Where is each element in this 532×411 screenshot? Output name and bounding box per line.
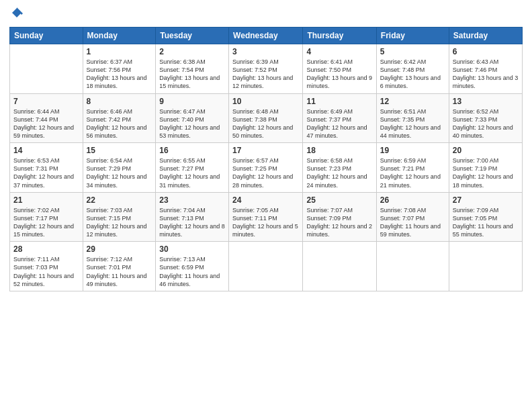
day-info: Sunrise: 6:39 AMSunset: 7:52 PMDaylight:…	[232, 58, 299, 91]
day-info: Sunrise: 7:09 AMSunset: 7:05 PMDaylight:…	[453, 206, 519, 239]
day-number: 3	[232, 47, 299, 56]
day-cell: 2Sunrise: 6:38 AMSunset: 7:54 PMDaylight…	[156, 44, 229, 94]
calendar: SundayMondayTuesdayWednesdayThursdayFrid…	[9, 27, 523, 291]
day-cell: 5Sunrise: 6:42 AMSunset: 7:48 PMDaylight…	[376, 44, 449, 94]
day-cell: 20Sunrise: 7:00 AMSunset: 7:19 PMDayligh…	[449, 143, 522, 193]
day-info: Sunrise: 6:58 AMSunset: 7:23 PMDaylight:…	[306, 156, 372, 189]
day-number: 9	[159, 97, 225, 106]
day-cell: 4Sunrise: 6:41 AMSunset: 7:50 PMDaylight…	[303, 44, 376, 94]
day-cell: 18Sunrise: 6:58 AMSunset: 7:23 PMDayligh…	[303, 143, 376, 193]
day-info: Sunrise: 6:52 AMSunset: 7:33 PMDaylight:…	[453, 107, 519, 140]
day-number: 7	[13, 97, 79, 106]
day-cell: 23Sunrise: 7:04 AMSunset: 7:13 PMDayligh…	[156, 192, 229, 242]
day-cell: 19Sunrise: 6:59 AMSunset: 7:21 PMDayligh…	[376, 143, 449, 193]
logo-text	[9, 7, 23, 21]
col-header-tuesday: Tuesday	[156, 28, 229, 44]
week-row-5: 28Sunrise: 7:11 AMSunset: 7:03 PMDayligh…	[10, 242, 523, 291]
day-number: 2	[159, 47, 225, 56]
day-cell: 16Sunrise: 6:55 AMSunset: 7:27 PMDayligh…	[156, 143, 229, 193]
day-cell: 6Sunrise: 6:43 AMSunset: 7:46 PMDaylight…	[449, 44, 522, 94]
day-cell	[449, 242, 522, 291]
day-info: Sunrise: 6:55 AMSunset: 7:27 PMDaylight:…	[159, 156, 225, 189]
day-info: Sunrise: 6:57 AMSunset: 7:25 PMDaylight:…	[232, 156, 299, 189]
day-cell: 28Sunrise: 7:11 AMSunset: 7:03 PMDayligh…	[10, 242, 83, 291]
day-cell: 22Sunrise: 7:03 AMSunset: 7:15 PMDayligh…	[83, 192, 156, 242]
day-number: 15	[87, 146, 152, 155]
day-info: Sunrise: 6:48 AMSunset: 7:38 PMDaylight:…	[232, 107, 299, 140]
day-info: Sunrise: 6:43 AMSunset: 7:46 PMDaylight:…	[453, 58, 519, 91]
day-number: 29	[87, 244, 152, 254]
day-number: 12	[380, 97, 445, 106]
day-info: Sunrise: 7:13 AMSunset: 6:59 PMDaylight:…	[159, 255, 225, 288]
day-cell: 10Sunrise: 6:48 AMSunset: 7:38 PMDayligh…	[229, 93, 303, 143]
day-info: Sunrise: 6:41 AMSunset: 7:50 PMDaylight:…	[306, 58, 372, 91]
day-info: Sunrise: 6:44 AMSunset: 7:44 PMDaylight:…	[13, 107, 79, 140]
day-cell	[376, 242, 449, 291]
day-number: 20	[453, 146, 519, 155]
day-cell: 7Sunrise: 6:44 AMSunset: 7:44 PMDaylight…	[10, 93, 83, 143]
day-number: 18	[306, 146, 372, 155]
day-number: 21	[13, 195, 79, 205]
day-number: 24	[232, 195, 299, 205]
day-cell: 27Sunrise: 7:09 AMSunset: 7:05 PMDayligh…	[449, 192, 522, 242]
col-header-sunday: Sunday	[10, 28, 83, 44]
day-number: 13	[453, 97, 519, 106]
day-info: Sunrise: 6:46 AMSunset: 7:42 PMDaylight:…	[87, 107, 152, 140]
day-info: Sunrise: 7:00 AMSunset: 7:19 PMDaylight:…	[453, 156, 519, 189]
day-number: 23	[159, 195, 225, 205]
day-number: 30	[159, 244, 225, 254]
week-row-1: 1Sunrise: 6:37 AMSunset: 7:56 PMDaylight…	[10, 44, 523, 94]
day-cell: 25Sunrise: 7:07 AMSunset: 7:09 PMDayligh…	[303, 192, 376, 242]
day-info: Sunrise: 6:53 AMSunset: 7:31 PMDaylight:…	[13, 156, 79, 189]
header-row: SundayMondayTuesdayWednesdayThursdayFrid…	[10, 28, 523, 44]
day-cell: 11Sunrise: 6:49 AMSunset: 7:37 PMDayligh…	[303, 93, 376, 143]
day-info: Sunrise: 6:37 AMSunset: 7:56 PMDaylight:…	[87, 58, 152, 91]
day-info: Sunrise: 6:51 AMSunset: 7:35 PMDaylight:…	[380, 107, 445, 140]
day-info: Sunrise: 7:02 AMSunset: 7:17 PMDaylight:…	[13, 206, 79, 239]
day-info: Sunrise: 6:59 AMSunset: 7:21 PMDaylight:…	[380, 156, 445, 189]
day-number: 27	[453, 195, 519, 205]
day-cell: 12Sunrise: 6:51 AMSunset: 7:35 PMDayligh…	[376, 93, 449, 143]
col-header-saturday: Saturday	[449, 28, 522, 44]
col-header-friday: Friday	[376, 28, 449, 44]
day-info: Sunrise: 6:47 AMSunset: 7:40 PMDaylight:…	[159, 107, 225, 140]
day-number: 19	[380, 146, 445, 155]
day-number: 26	[380, 195, 445, 205]
day-cell: 17Sunrise: 6:57 AMSunset: 7:25 PMDayligh…	[229, 143, 303, 193]
day-cell: 3Sunrise: 6:39 AMSunset: 7:52 PMDaylight…	[229, 44, 303, 94]
col-header-monday: Monday	[83, 28, 156, 44]
day-cell: 15Sunrise: 6:54 AMSunset: 7:29 PMDayligh…	[83, 143, 156, 193]
day-cell	[229, 242, 303, 291]
logo-icon	[11, 7, 23, 19]
day-number: 5	[380, 47, 445, 56]
day-info: Sunrise: 6:54 AMSunset: 7:29 PMDaylight:…	[87, 156, 152, 189]
day-cell	[303, 242, 376, 291]
day-info: Sunrise: 7:04 AMSunset: 7:13 PMDaylight:…	[159, 206, 225, 239]
day-number: 17	[232, 146, 299, 155]
day-number: 28	[13, 244, 79, 254]
week-row-4: 21Sunrise: 7:02 AMSunset: 7:17 PMDayligh…	[10, 192, 523, 242]
day-number: 11	[306, 97, 372, 106]
week-row-3: 14Sunrise: 6:53 AMSunset: 7:31 PMDayligh…	[10, 143, 523, 193]
day-cell: 24Sunrise: 7:05 AMSunset: 7:11 PMDayligh…	[229, 192, 303, 242]
day-info: Sunrise: 7:05 AMSunset: 7:11 PMDaylight:…	[232, 206, 299, 239]
day-number: 25	[306, 195, 372, 205]
day-number: 6	[453, 47, 519, 56]
day-number: 4	[306, 47, 372, 56]
day-info: Sunrise: 7:12 AMSunset: 7:01 PMDaylight:…	[87, 255, 152, 288]
day-cell: 30Sunrise: 7:13 AMSunset: 6:59 PMDayligh…	[156, 242, 229, 291]
day-info: Sunrise: 6:38 AMSunset: 7:54 PMDaylight:…	[159, 58, 225, 91]
day-number: 10	[232, 97, 299, 106]
week-row-2: 7Sunrise: 6:44 AMSunset: 7:44 PMDaylight…	[10, 93, 523, 143]
day-cell: 8Sunrise: 6:46 AMSunset: 7:42 PMDaylight…	[83, 93, 156, 143]
day-cell: 14Sunrise: 6:53 AMSunset: 7:31 PMDayligh…	[10, 143, 83, 193]
day-info: Sunrise: 6:49 AMSunset: 7:37 PMDaylight:…	[306, 107, 372, 140]
day-cell: 26Sunrise: 7:08 AMSunset: 7:07 PMDayligh…	[376, 192, 449, 242]
day-cell: 13Sunrise: 6:52 AMSunset: 7:33 PMDayligh…	[449, 93, 522, 143]
day-number: 1	[87, 47, 152, 56]
day-number: 16	[159, 146, 225, 155]
page: SundayMondayTuesdayWednesdayThursdayFrid…	[0, 0, 532, 411]
day-cell: 1Sunrise: 6:37 AMSunset: 7:56 PMDaylight…	[83, 44, 156, 94]
day-cell: 9Sunrise: 6:47 AMSunset: 7:40 PMDaylight…	[156, 93, 229, 143]
day-cell: 21Sunrise: 7:02 AMSunset: 7:17 PMDayligh…	[10, 192, 83, 242]
